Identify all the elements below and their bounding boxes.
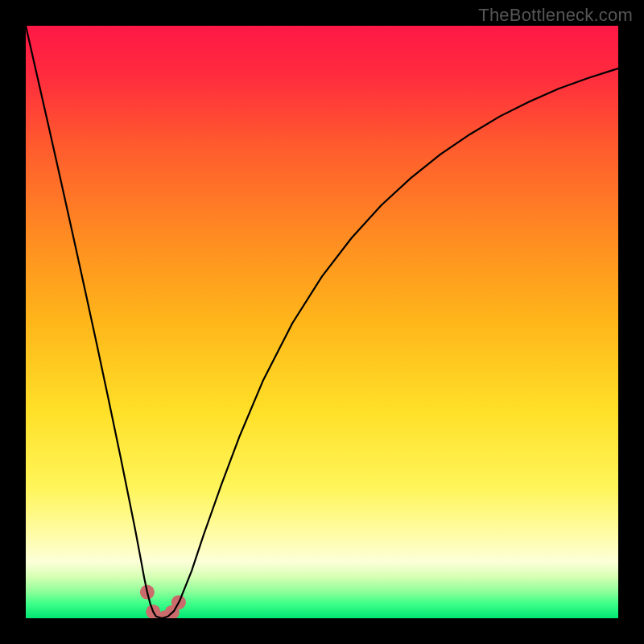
chart-frame: TheBottleneck.com [0, 0, 644, 644]
plot-area [26, 26, 618, 618]
watermark-label: TheBottleneck.com [478, 5, 633, 26]
bottleneck-chart [26, 26, 618, 618]
gradient-background [26, 26, 618, 618]
